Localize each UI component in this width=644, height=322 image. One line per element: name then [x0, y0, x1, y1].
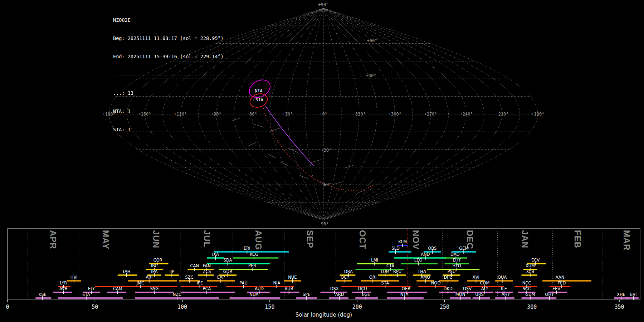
shower-label-kcg: KCG	[250, 252, 258, 257]
longitude-label: +300°	[389, 112, 401, 117]
month-label-may: MAY	[101, 230, 111, 249]
radiant-label-nta: NTA	[255, 88, 263, 93]
latitude-label: +90°	[318, 2, 329, 7]
shower-label-ahy: AHY	[502, 292, 511, 297]
shower-label-lum: LUM	[381, 269, 389, 274]
shower-label-ehy: EHY	[453, 258, 461, 263]
shower-label-kse: KSE	[39, 292, 47, 297]
count-nta: NTA: 1	[113, 108, 226, 114]
x-axis-title: Solar longitude (deg)	[296, 312, 352, 318]
shower-label-ile: ILE	[501, 286, 507, 291]
shower-label-tha: THA	[417, 269, 426, 274]
shower-label-jmc: JMC	[136, 280, 144, 286]
shower-label-avb: AVB	[59, 286, 68, 291]
event-info-block: NZ002E Beg: 20251111 11:03:17 (sol = 228…	[113, 5, 226, 145]
shower-label-sta: STA	[381, 280, 389, 286]
shower-label-dkd: DKD	[444, 286, 453, 291]
meteor-radiant-screen: +180°+150°+120°+90°+60°+30°+0°+330°+300°…	[0, 0, 644, 322]
month-label-jun: JUN	[151, 230, 161, 248]
count-sporadic: ...: 13	[113, 90, 226, 96]
shower-label-klm: KLM	[398, 239, 407, 244]
sporadic-meteor-segment	[311, 160, 321, 162]
longitude-label: +60°	[247, 112, 257, 117]
shower-label-zcs: ZCS	[203, 269, 211, 274]
shower-label-nia: NIA	[273, 280, 280, 286]
sporadic-meteor-segment	[358, 190, 367, 192]
shower-label-ohy: OHY	[545, 292, 554, 297]
event-id: NZ002E	[113, 17, 226, 23]
shower-label-and: AND	[421, 252, 430, 257]
shower-label-cta: CTA	[386, 263, 394, 268]
month-label-jan: JAN	[520, 230, 530, 248]
shower-label-fed: FED	[558, 280, 566, 286]
shower-label-dad: DAD	[450, 252, 460, 257]
shower-label-tah: TAH	[122, 269, 131, 274]
shower-label-gum: GUM	[525, 292, 535, 297]
month-label-mar: MAR	[622, 230, 631, 251]
shower-label-cap: CAP	[217, 275, 225, 280]
shower-label-irc: IRC	[151, 263, 158, 268]
month-label-feb: FEB	[573, 230, 582, 248]
shower-label-urs: URS	[475, 292, 484, 297]
sporadic-meteor-segment	[333, 182, 342, 185]
shower-label-aud: AUD	[255, 286, 264, 291]
shower-label-obs: OBS	[428, 246, 436, 251]
shower-label-com: COM	[480, 280, 489, 286]
shower-label-dsx: DSX	[330, 286, 339, 291]
shower-label-sld: SLD	[391, 246, 400, 251]
longitude-label: +210°	[496, 112, 508, 117]
latitude-label: +60°	[367, 38, 377, 43]
shower-label-noo: NOO	[431, 280, 441, 286]
shower-label-rpu: RPU	[393, 269, 401, 274]
shower-label-dsv: DSV	[463, 286, 472, 291]
longitude-label: +30°	[283, 112, 293, 117]
sporadic-meteor-segment	[288, 148, 298, 152]
begin-time: Beg: 20251111 11:03:17 (sol = 228.95°)	[113, 35, 226, 42]
shower-label-evi: EVI	[630, 292, 637, 297]
longitude-label: +240°	[460, 112, 473, 117]
shower-label-aur: AUR	[284, 286, 293, 291]
shower-label-ari: ARI	[146, 275, 152, 280]
x-axis-tick-label: 200	[352, 304, 362, 310]
shower-label-oer: OER	[402, 286, 410, 291]
longitude-label: +270°	[424, 112, 437, 117]
sporadic-meteor-segment	[280, 162, 288, 166]
shower-label-nue: NUE	[288, 275, 297, 280]
shower-label-ixa: IXA	[212, 252, 219, 257]
shower-label-fev: FEV	[552, 286, 560, 291]
shower-label-iip: IIP	[169, 269, 174, 274]
shower-label-lmi: LMI	[371, 258, 378, 263]
shower-label-psu: PSU	[448, 269, 456, 274]
shower-label-gdr: GDR	[223, 269, 233, 274]
latitude-label: -60°	[321, 182, 332, 187]
separator-line: ---------------------------------------	[113, 72, 226, 78]
shower-label-scc: SCC	[522, 286, 531, 291]
month-label-aug: AUG	[254, 230, 263, 250]
shower-label-mon: MON	[455, 292, 465, 297]
month-label-jul: JUL	[202, 230, 212, 247]
shower-label-pca: PCA	[203, 286, 211, 291]
x-axis-tick-label: 100	[177, 304, 187, 310]
month-label-apr: APR	[48, 230, 58, 249]
longitude-label: +180°	[531, 112, 544, 117]
longitude-label: +0°	[319, 112, 327, 117]
shower-label-hyd: HYD	[452, 263, 461, 268]
sporadic-meteor-segment	[268, 154, 275, 158]
shower-label-can: CAN	[190, 263, 199, 268]
x-axis-tick-label: 150	[265, 304, 274, 310]
shower-label-ege: EGE	[362, 292, 370, 297]
shower-label-ecv: ECV	[531, 258, 540, 263]
latitude-label: +30°	[366, 73, 376, 78]
x-axis-tick-label: 50	[92, 304, 98, 310]
shower-label-eta: ETA	[82, 292, 90, 297]
sporadic-meteor-segment	[248, 142, 256, 146]
shower-label-leo: LEO	[414, 258, 423, 263]
shower-label-qua: QUA	[498, 275, 507, 280]
latitude-label: -90°	[318, 221, 329, 226]
count-sta: STA: 1	[113, 127, 226, 133]
shower-label-ely: ELY	[88, 286, 95, 291]
shower-label-szc: SZC	[185, 275, 193, 280]
shower-label-lyr: LYR	[60, 280, 67, 286]
shower-label-hvi: HVI	[70, 275, 78, 280]
shower-label-per: PER	[248, 263, 256, 268]
